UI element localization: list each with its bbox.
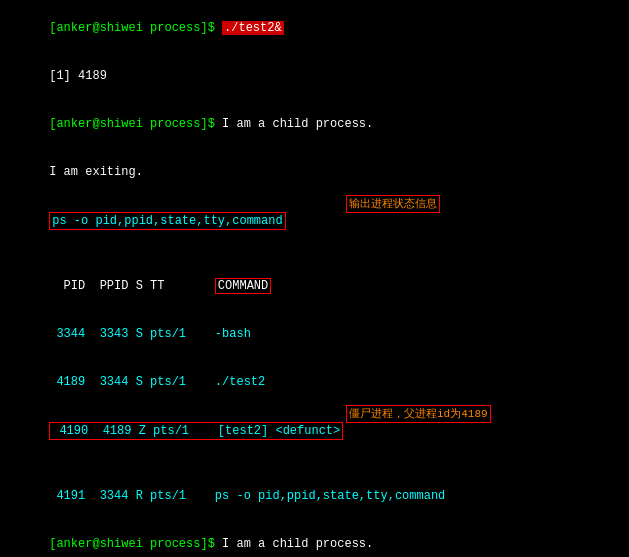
ps-cmd-1: ps -o pid,ppid,state,tty,command xyxy=(49,212,285,230)
text-8: 4189 3344 S pts/1 ./test2 xyxy=(49,375,265,389)
line-3: [anker@shiwei process]$ I am a child pro… xyxy=(6,100,623,148)
terminal-window: [anker@shiwei process]$ ./test2& [1] 418… xyxy=(0,0,629,557)
line-7: 3344 3343 S pts/1 -bash xyxy=(6,310,623,358)
annotation-2: 僵尸进程，父进程id为4189 xyxy=(346,405,491,423)
line-2: [1] 4189 xyxy=(6,52,623,100)
terminal-content: [anker@shiwei process]$ ./test2& [1] 418… xyxy=(6,4,623,557)
text-2: [1] 4189 xyxy=(49,69,107,83)
cmd-1: ./test2& xyxy=(222,21,284,35)
prompt-1: [anker@shiwei process]$ xyxy=(49,21,222,35)
line-4: I am exiting. xyxy=(6,148,623,196)
line-8: 4189 3344 S pts/1 ./test2 xyxy=(6,358,623,406)
line-11: [anker@shiwei process]$ I am a child pro… xyxy=(6,520,623,557)
text-10: 4191 3344 R pts/1 ps -o pid,ppid,state,t… xyxy=(49,489,445,503)
annotation-1: 输出进程状态信息 xyxy=(346,195,440,213)
line-1: [anker@shiwei process]$ ./test2& xyxy=(6,4,623,52)
prompt-11: [anker@shiwei process]$ xyxy=(49,537,222,551)
text-7: 3344 3343 S pts/1 -bash xyxy=(49,327,251,341)
zombie-row-1: 4190 4189 Z pts/1 [test2] <defunct> xyxy=(49,422,343,440)
line-10: 4191 3344 R pts/1 ps -o pid,ppid,state,t… xyxy=(6,472,623,520)
table-header-1: PID PPID S TT COMMAND xyxy=(49,278,271,294)
line-6: PID PPID S TT COMMAND xyxy=(6,262,623,310)
command-header-1: COMMAND xyxy=(215,278,271,294)
text-4: I am exiting. xyxy=(49,165,143,179)
cmd-3: I am a child process. xyxy=(222,117,373,131)
line-5: ps -o pid,ppid,state,tty,command 输出进程状态信… xyxy=(6,196,623,262)
line-9: 4190 4189 Z pts/1 [test2] <defunct> 僵尸进程… xyxy=(6,406,623,472)
cmd-11: I am a child process. xyxy=(222,537,373,551)
prompt-3: [anker@shiwei process]$ xyxy=(49,117,222,131)
